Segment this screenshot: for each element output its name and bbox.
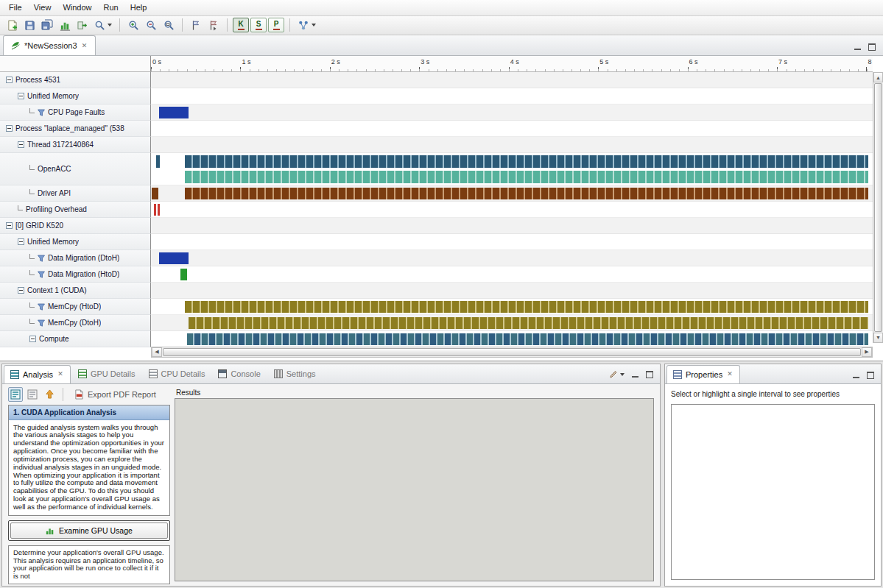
interval-bar[interactable] xyxy=(185,155,868,168)
vertical-scrollbar[interactable]: ▲ ▼ xyxy=(873,72,883,342)
row-label[interactable]: [0] GRID K520 xyxy=(0,218,151,234)
save-all-icon[interactable] xyxy=(39,17,55,33)
filter-icon[interactable] xyxy=(38,255,45,262)
analysis-menu-icon[interactable] xyxy=(295,17,318,33)
prev-marker-icon[interactable] xyxy=(188,17,204,33)
interval-bar[interactable] xyxy=(187,333,868,345)
tab-settings[interactable]: Settings xyxy=(268,365,322,383)
ruler-tick-label: 8 xyxy=(868,58,871,65)
row-label[interactable]: MemCpy (HtoD) xyxy=(0,299,151,315)
row-label[interactable]: Data Migration (HtoD) xyxy=(0,266,151,283)
row-label[interactable]: MemCpy (DtoH) xyxy=(0,315,151,331)
interval-bar[interactable] xyxy=(189,317,868,329)
cpu-icon xyxy=(149,369,158,378)
close-icon[interactable] xyxy=(81,42,88,49)
profile-chart-icon[interactable] xyxy=(57,17,73,33)
minimize-icon[interactable] xyxy=(854,43,862,51)
collapse-icon[interactable] xyxy=(18,93,24,99)
process-filter-toggle[interactable]: P xyxy=(268,18,284,32)
session-tab[interactable]: *NewSession3 xyxy=(3,35,96,55)
view-window-buttons xyxy=(854,43,883,55)
close-icon[interactable] xyxy=(57,371,64,378)
zoom-out-icon[interactable] xyxy=(143,17,159,33)
guided-analysis-icon[interactable] xyxy=(8,387,23,402)
filter-icon[interactable] xyxy=(38,271,45,278)
interval-bar[interactable] xyxy=(156,155,160,168)
filter-icon[interactable] xyxy=(38,319,45,327)
zoom-fit-icon[interactable] xyxy=(161,17,177,33)
interval-bar[interactable] xyxy=(185,171,868,183)
row-label[interactable]: Process "laplace_managed" (538 xyxy=(0,121,151,137)
kernel-filter-toggle[interactable]: K xyxy=(233,18,249,32)
collapse-icon[interactable] xyxy=(6,222,13,229)
vertical-scroll-thumb[interactable] xyxy=(874,83,882,331)
row-label[interactable]: Unified Memory xyxy=(0,88,151,105)
scroll-right-icon[interactable]: ▶ xyxy=(862,347,872,357)
search-icon[interactable] xyxy=(92,17,114,33)
collapse-icon[interactable] xyxy=(18,141,24,148)
zoom-in-icon[interactable] xyxy=(125,17,141,33)
row-label[interactable]: Driver API xyxy=(0,185,151,202)
menu-view[interactable]: View xyxy=(28,1,57,14)
minimize-icon[interactable] xyxy=(631,371,639,378)
interval-bar[interactable] xyxy=(185,188,868,199)
menu-window[interactable]: Window xyxy=(57,1,97,14)
horizontal-scroll-thumb[interactable] xyxy=(163,348,861,356)
new-session-icon[interactable] xyxy=(4,17,20,33)
row-label[interactable]: CPU Page Faults xyxy=(0,105,151,121)
row-label[interactable]: Process 4531 xyxy=(0,72,151,88)
up-arrow-icon[interactable] xyxy=(42,387,57,402)
scroll-down-icon[interactable]: ▼ xyxy=(873,333,883,343)
collapse-icon[interactable] xyxy=(18,287,24,294)
row-label[interactable]: Unified Memory xyxy=(0,234,151,250)
menu-run[interactable]: Run xyxy=(98,1,124,14)
tab-properties[interactable]: Properties xyxy=(666,365,740,383)
row-label[interactable]: OpenACC xyxy=(0,153,151,185)
row-label[interactable]: Thread 3172140864 xyxy=(0,137,151,153)
tab-cpu-details[interactable]: CPU Details xyxy=(143,365,211,383)
save-session-icon[interactable] xyxy=(21,17,38,33)
timeline-ruler[interactable]: 0 s1 s2 s3 s4 s5 s6 s7 s8 xyxy=(151,56,873,72)
tab-console[interactable]: Console xyxy=(212,365,266,383)
collapse-icon[interactable] xyxy=(6,77,13,83)
row-track xyxy=(151,283,873,299)
interval-bar[interactable] xyxy=(185,301,868,313)
close-icon[interactable] xyxy=(726,371,734,378)
row-label[interactable]: Context 1 (CUDA) xyxy=(0,283,151,299)
row-label[interactable]: Profiling Overhead xyxy=(0,202,151,218)
row-label-text: Process "laplace_managed" (538 xyxy=(15,124,124,132)
scroll-up-icon[interactable]: ▲ xyxy=(873,72,883,82)
interval-bar[interactable] xyxy=(158,204,159,216)
interval-bar[interactable] xyxy=(180,269,187,280)
export-icon[interactable] xyxy=(74,17,91,33)
view-menu-icon[interactable] xyxy=(609,370,625,379)
interval-bar[interactable] xyxy=(154,204,155,216)
results-column: Results xyxy=(173,384,660,586)
interval-bar[interactable] xyxy=(159,107,189,118)
horizontal-scrollbar[interactable]: ◀ ▶ xyxy=(151,347,873,358)
maximize-icon[interactable] xyxy=(868,43,876,51)
minimize-icon[interactable] xyxy=(852,372,860,379)
tab-analysis[interactable]: Analysis xyxy=(4,365,71,383)
row-label[interactable]: Data Migration (DtoH) xyxy=(0,250,151,266)
maximize-icon[interactable] xyxy=(867,372,874,379)
export-pdf-button[interactable]: Export PDF Report xyxy=(69,387,161,402)
row-label-text: Data Migration (DtoH) xyxy=(48,254,119,262)
tab-gpu-details[interactable]: GPU Details xyxy=(72,365,141,383)
stream-filter-toggle[interactable]: S xyxy=(250,18,267,32)
collapse-icon[interactable] xyxy=(6,125,13,132)
maximize-icon[interactable] xyxy=(646,371,653,378)
interval-bar[interactable] xyxy=(152,188,158,199)
scroll-left-icon[interactable]: ◀ xyxy=(152,347,162,357)
collapse-icon[interactable] xyxy=(18,238,24,245)
interval-bar[interactable] xyxy=(159,252,189,264)
menu-file[interactable]: File xyxy=(3,1,28,14)
menu-help[interactable]: Help xyxy=(124,1,153,14)
filter-icon[interactable] xyxy=(38,109,45,116)
unguided-analysis-icon[interactable] xyxy=(25,387,40,402)
examine-gpu-usage-button[interactable]: Examine GPU Usage xyxy=(10,523,168,539)
collapse-icon[interactable] xyxy=(29,336,36,342)
row-label[interactable]: Compute xyxy=(0,331,151,347)
next-marker-icon[interactable] xyxy=(205,17,222,33)
filter-icon[interactable] xyxy=(38,303,45,311)
